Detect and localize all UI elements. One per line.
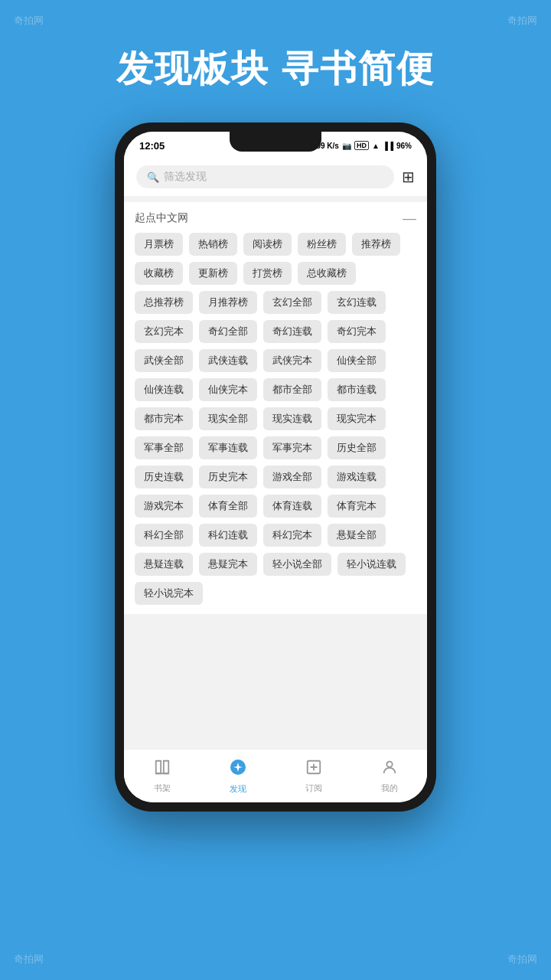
tag-item[interactable]: 历史全部 [328, 436, 386, 459]
content-area: 起点中文网 — 月票榜热销榜阅读榜粉丝榜推荐榜收藏榜更新榜打赏榜总收藏榜总推荐榜… [124, 196, 427, 749]
tag-item[interactable]: 都市完本 [135, 407, 193, 430]
phone-screen: 12:05 21.09 K/s 📷 HD ▲ ▐▐ 96% 🔍 筛选发现 ⊞ [124, 132, 427, 802]
tag-item[interactable]: 都市全部 [263, 378, 321, 401]
tag-item[interactable]: 武侠完本 [263, 349, 321, 372]
tag-item[interactable]: 悬疑全部 [328, 524, 386, 547]
tag-item[interactable]: 阅读榜 [243, 233, 292, 256]
tag-item[interactable]: 轻小说全部 [263, 553, 331, 576]
tag-item[interactable]: 仙侠全部 [328, 349, 386, 372]
nav-bookshelf-label: 书架 [154, 782, 171, 794]
phone-mockup: 12:05 21.09 K/s 📷 HD ▲ ▐▐ 96% 🔍 筛选发现 ⊞ [115, 122, 436, 812]
svg-point-8 [386, 761, 392, 766]
search-bar: 🔍 筛选发现 ⊞ [124, 159, 427, 196]
tag-item[interactable]: 打赏榜 [243, 262, 292, 285]
nav-bookshelf[interactable]: 书架 [124, 759, 200, 794]
tag-item[interactable]: 总推荐榜 [135, 291, 193, 314]
nav-subscribe-label: 订阅 [305, 782, 322, 794]
nav-subscribe[interactable]: 订阅 [276, 759, 351, 794]
tag-item[interactable]: 历史完本 [199, 466, 257, 488]
tag-item[interactable]: 军事连载 [199, 436, 257, 459]
search-field[interactable]: 🔍 筛选发现 [136, 165, 394, 188]
tag-item[interactable]: 轻小说完本 [135, 582, 203, 605]
tag-item[interactable]: 游戏全部 [263, 466, 321, 488]
tag-item[interactable]: 月票榜 [135, 233, 183, 256]
status-icons: 21.09 K/s 📷 HD ▲ ▐▐ 96% [306, 141, 412, 150]
section-title: 起点中文网 [135, 211, 188, 225]
compass-icon [229, 758, 247, 781]
tag-item[interactable]: 科幻连载 [199, 524, 257, 547]
profile-icon [381, 759, 398, 780]
tag-item[interactable]: 科幻全部 [135, 524, 193, 547]
watermark-tl: 奇拍网 [14, 14, 44, 28]
tags-container: 月票榜热销榜阅读榜粉丝榜推荐榜收藏榜更新榜打赏榜总收藏榜总推荐榜月推荐榜玄幻全部… [135, 233, 416, 605]
tag-item[interactable]: 仙侠连载 [135, 378, 193, 401]
tag-item[interactable]: 游戏连载 [328, 466, 386, 488]
tag-item[interactable]: 奇幻全部 [199, 320, 257, 343]
tag-item[interactable]: 奇幻完本 [328, 320, 386, 343]
tag-item[interactable]: 现实全部 [199, 407, 257, 430]
nav-discover-label: 发现 [230, 783, 246, 795]
camera-icon: 📷 [342, 142, 351, 150]
watermark-tr: 奇拍网 [507, 14, 537, 28]
bottom-nav: 书架 发现 [124, 749, 427, 802]
svg-rect-0 [155, 760, 160, 773]
wifi-icon: ▲ [372, 142, 380, 150]
tag-item[interactable]: 武侠连载 [199, 349, 257, 372]
tag-item[interactable]: 玄幻连载 [328, 291, 386, 314]
watermark-br: 奇拍网 [507, 952, 537, 966]
tag-item[interactable]: 现实连载 [263, 407, 321, 430]
watermark-bl: 奇拍网 [14, 952, 44, 966]
tag-item[interactable]: 现实完本 [328, 407, 386, 430]
bookshelf-icon [154, 759, 171, 780]
tag-item[interactable]: 武侠全部 [135, 349, 193, 372]
tag-item[interactable]: 都市连载 [328, 378, 386, 401]
phone-frame: 12:05 21.09 K/s 📷 HD ▲ ▐▐ 96% 🔍 筛选发现 ⊞ [115, 122, 436, 812]
section-header: 起点中文网 — [135, 211, 416, 225]
status-time: 12:05 [139, 140, 165, 152]
collapse-icon[interactable]: — [403, 211, 416, 225]
tag-item[interactable]: 推荐榜 [352, 233, 400, 256]
tag-item[interactable]: 军事完本 [263, 436, 321, 459]
tag-item[interactable]: 军事全部 [135, 436, 193, 459]
tag-item[interactable]: 悬疑连载 [135, 553, 193, 576]
nav-profile-label: 我的 [381, 782, 398, 794]
tag-item[interactable]: 体育连载 [263, 495, 321, 518]
tag-item[interactable]: 轻小说连载 [337, 553, 406, 576]
battery-text: 96% [396, 142, 412, 150]
tag-item[interactable]: 游戏完本 [135, 495, 193, 518]
tag-item[interactable]: 热销榜 [189, 233, 237, 256]
tag-item[interactable]: 玄幻全部 [263, 291, 321, 314]
search-placeholder-text: 筛选发现 [164, 170, 207, 184]
tag-item[interactable]: 更新榜 [189, 262, 237, 285]
tag-item[interactable]: 体育全部 [199, 495, 257, 518]
subscribe-icon [305, 759, 322, 780]
tag-item[interactable]: 月推荐榜 [199, 291, 257, 314]
tag-item[interactable]: 体育完本 [328, 495, 386, 518]
qr-scan-icon[interactable]: ⊞ [402, 168, 415, 186]
tag-item[interactable]: 总收藏榜 [298, 262, 356, 285]
tag-item[interactable]: 悬疑完本 [199, 553, 257, 576]
hd-badge: HD [354, 141, 369, 150]
tag-item[interactable]: 历史连载 [135, 466, 193, 488]
tag-item[interactable]: 科幻完本 [263, 524, 321, 547]
svg-rect-1 [163, 760, 168, 773]
tag-item[interactable]: 收藏榜 [135, 262, 183, 285]
tag-item[interactable]: 玄幻完本 [135, 320, 193, 343]
signal-icon: ▐▐ [383, 142, 393, 150]
search-icon: 🔍 [147, 172, 159, 183]
tag-item[interactable]: 仙侠完本 [199, 378, 257, 401]
nav-profile[interactable]: 我的 [351, 759, 427, 794]
page-title: 发现板块 寻书简便 [0, 44, 551, 93]
tag-item[interactable]: 粉丝榜 [298, 233, 346, 256]
phone-notch [230, 132, 321, 152]
tag-item[interactable]: 奇幻连载 [263, 320, 321, 343]
nav-discover[interactable]: 发现 [200, 758, 276, 795]
section-qidian: 起点中文网 — 月票榜热销榜阅读榜粉丝榜推荐榜收藏榜更新榜打赏榜总收藏榜总推荐榜… [124, 202, 427, 614]
